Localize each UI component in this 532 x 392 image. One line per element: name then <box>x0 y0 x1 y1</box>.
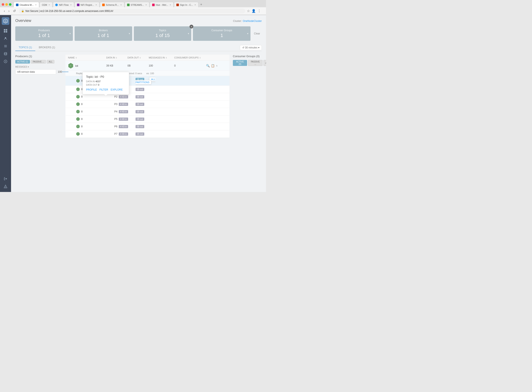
browser-tab-signin[interactable]: Sign In - C... ✕ <box>174 2 199 7</box>
partition-row-p0[interactable]: ✓ 8 P0 4 KB in 0B out ALL PARTITIONS <box>65 76 229 86</box>
page-title: Overview <box>15 19 31 23</box>
center-panel: NAME ⇕ DATA IN ⇕ DATA OUT ⇕ MESSAGES IN … <box>65 55 229 138</box>
expand-button[interactable]: ∧ <box>216 64 218 67</box>
tab-close-streams[interactable]: ✕ <box>145 4 147 6</box>
sidebar-icon-list[interactable] <box>2 43 9 50</box>
browser-tab-streams[interactable]: STREAMS... ✕ <box>125 2 149 7</box>
sidebar <box>0 15 11 192</box>
messages-header: MESSAGES ▾ <box>15 66 62 68</box>
topics-card-dropdown[interactable]: ▾ <box>188 32 189 35</box>
topic-data-out: 0B <box>127 64 149 67</box>
back-button[interactable]: ‹ <box>3 9 6 13</box>
tooltip-data-out-value: 0 <box>98 84 99 86</box>
partition-row-p6[interactable]: ✓ 8 P6 4 KB in 0B out <box>65 123 229 130</box>
producers-card-value: 1 of 1 <box>19 33 69 38</box>
svg-point-10 <box>4 52 7 54</box>
browser-tab-schema[interactable]: Schema R... ✕ <box>100 2 124 7</box>
topic-name-cell: ✓ iot <box>68 63 106 68</box>
bookmark-button[interactable]: ☆ <box>247 9 250 13</box>
calendar-icon[interactable]: 📋 <box>211 64 215 67</box>
topic-row-iot[interactable]: ✓ iot 39 KB 0B 100 0 🔍 📋 ∧ <box>65 61 229 71</box>
profile-button[interactable]: 👤 <box>252 9 256 13</box>
cluster-info: Cluster: OneNodeCluster <box>233 19 262 23</box>
producers-panel-title: Producers (1) <box>15 55 62 58</box>
search-icon[interactable]: 🔍 <box>206 64 210 67</box>
producers-filter-passive[interactable]: PASSIVE ... <box>31 60 46 64</box>
browser-tab-hue[interactable]: Hue - Wel... ✕ <box>150 2 174 7</box>
browser-tab-nifi-flow[interactable]: NiFi Flow ✕ <box>53 2 74 7</box>
window-min[interactable] <box>5 3 8 6</box>
tab-close-signin[interactable]: ✕ <box>194 4 196 6</box>
producers-card-dropdown[interactable]: ▾ <box>69 32 71 35</box>
clear-all-button[interactable]: Clear <box>252 31 262 36</box>
producers-card[interactable]: Producers 1 of 1 ▾ <box>15 26 73 41</box>
reload-button[interactable]: ↺ <box>12 9 17 13</box>
consumer-groups-filter-passive[interactable]: PASSIVE ... <box>248 60 263 66</box>
tooltip-data-out: DATA OUT 0 <box>86 84 125 86</box>
tab-close-cem[interactable]: ✕ <box>48 4 50 6</box>
page-header: Overview Cluster: OneNodeCluster <box>15 19 262 23</box>
tooltip-data-in-value: 4037 <box>95 80 101 83</box>
tooltip-profile[interactable]: PROFILE <box>86 88 97 91</box>
tooltip-actions: PROFILE FILTER EXPLORE <box>86 88 125 91</box>
consumer-groups-filter-buttons: ACTIVE (0) PASSIVE ... ALL <box>233 60 266 66</box>
sidebar-icon-arrow[interactable] <box>2 58 9 65</box>
col-data-in: DATA IN ⇕ <box>106 56 127 59</box>
tab-close-nifi-registry[interactable]: ✕ <box>95 4 97 6</box>
sidebar-icon-users[interactable] <box>2 35 9 42</box>
tab-close-hue[interactable]: ✕ <box>170 4 171 6</box>
sidebar-icon-signin[interactable] <box>2 175 9 182</box>
tab-topics[interactable]: TOPICS (1) <box>15 44 35 51</box>
partition-row-p5[interactable]: ✓ 8 P5 4 KB in 0B out <box>65 115 229 123</box>
svg-rect-3 <box>6 29 7 31</box>
partition-row-p3[interactable]: ✓ 8 P3 4 KB in 0B out <box>65 101 229 108</box>
browser-tab-nifi-registry[interactable]: NiFi Regist... ✕ <box>74 2 99 7</box>
time-selector[interactable]: ↺ 30 minutes ▾ <box>240 45 262 50</box>
tooltip-popup: Topic: iot - P0 DATA IN 4037 DATA OUT 0 … <box>83 72 129 94</box>
browser-tab-cloudera[interactable]: Cloudera M... ✕ <box>14 2 39 7</box>
tab-brokers[interactable]: BROKERS (1) <box>35 44 58 51</box>
url-bar[interactable]: 🔒 Not Secure | ec2-34-218-250-50.us-west… <box>19 9 245 13</box>
svg-rect-5 <box>6 31 7 33</box>
producers-filter-all[interactable]: ALL <box>47 60 54 64</box>
menu-button[interactable]: ⋮ <box>258 9 261 13</box>
content-area: Producers (1) ACTIVE (1) PASSIVE ... ALL… <box>15 55 262 138</box>
url-text: Not Secure | ec2-34-218-250-50.us-west-2… <box>25 9 113 13</box>
cluster-link[interactable]: OneNodeCluster <box>243 19 262 23</box>
consumer-groups-title: Consumer Groups (0) <box>233 55 266 58</box>
consumer-groups-card-value: 1 <box>196 33 247 38</box>
producer-count: 100 <box>58 70 62 73</box>
new-tab-button[interactable]: + <box>199 2 203 7</box>
partition-row-p4[interactable]: ✓ 8 P4 4 KB in 0B out <box>65 108 229 115</box>
tooltip-explore[interactable]: EXPLORE <box>111 88 123 91</box>
sidebar-icon-alert[interactable] <box>2 183 9 190</box>
consumer-groups-filter-active[interactable]: ACTIVE (0) <box>233 60 247 66</box>
window-max[interactable] <box>9 3 11 6</box>
tab-close-nifi-flow[interactable]: ✕ <box>70 4 72 6</box>
partition-row-p7[interactable]: ✓ 8 P7 4 KB in 0B out <box>65 130 229 138</box>
tooltip-title: Topic: iot - P0 <box>86 75 125 79</box>
col-name: NAME ⇕ <box>68 56 106 59</box>
svg-marker-1 <box>4 20 7 23</box>
tab-close-schema[interactable]: ✕ <box>120 4 122 6</box>
topic-data-in: 39 KB <box>106 64 127 67</box>
consumer-groups-card[interactable]: Consumer Groups 1 ▾ <box>193 26 250 41</box>
topic-messages-in: 100 <box>149 64 174 67</box>
table-container: NAME ⇕ DATA IN ⇕ DATA OUT ⇕ MESSAGES IN … <box>65 55 229 138</box>
svg-rect-2 <box>4 29 5 31</box>
forward-button[interactable]: › <box>7 9 11 13</box>
sidebar-icon-grid[interactable] <box>2 28 9 34</box>
window-close[interactable] <box>2 3 4 6</box>
browser-tab-cem[interactable]: CEM ✕ <box>40 2 52 7</box>
tab-close-cloudera[interactable]: ✕ <box>35 4 37 6</box>
topics-card[interactable]: ✕ Topics 1 of 15 ▾ <box>134 26 191 41</box>
brokers-card-dropdown[interactable]: ▾ <box>129 32 130 35</box>
brokers-card[interactable]: Brokers 1 of 1 ▾ <box>74 26 132 41</box>
sidebar-logo[interactable] <box>2 17 9 25</box>
consumer-groups-filter-all[interactable]: ALL <box>264 60 266 66</box>
sidebar-icon-database[interactable] <box>2 50 9 57</box>
producers-filter-active[interactable]: ACTIVE (1) <box>15 60 30 64</box>
consumer-groups-card-dropdown[interactable]: ▾ <box>247 32 248 35</box>
tooltip-filter[interactable]: FILTER <box>99 88 108 91</box>
consumer-groups-panel: Consumer Groups (0) ACTIVE (0) PASSIVE .… <box>233 55 266 138</box>
